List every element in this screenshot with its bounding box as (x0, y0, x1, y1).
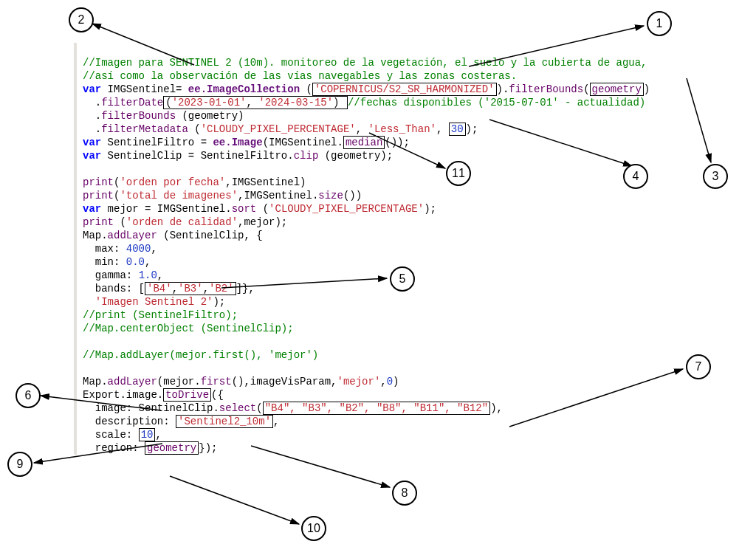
str: 'orden por fecha' (120, 176, 225, 188)
code-line: var IMGSentinel= ee.ImageCollection ('CO… (83, 83, 650, 95)
txt: ( (256, 402, 262, 414)
export-scale: 10 (141, 429, 154, 441)
kw-var: var (83, 137, 101, 148)
txt: , (436, 123, 449, 135)
code-line: print('total de imagenes',IMGSentinel.si… (83, 190, 362, 202)
code-line: print('orden por fecha',IMGSentinel) (83, 176, 306, 188)
txt: Map. (83, 376, 108, 388)
ee-type: ee.ImageCollection (188, 83, 300, 95)
method: first (201, 376, 232, 388)
txt: (mejor. (157, 376, 201, 388)
code-line: var SentinelClip = SentinelFiltro.clip (… (83, 150, 393, 162)
method: clip (294, 150, 319, 162)
num: 1.0 (139, 269, 157, 281)
method: addLayer (108, 230, 157, 241)
date-end: '2024-03-15' (258, 97, 333, 109)
txt: region: (83, 442, 145, 454)
txt: ()); (385, 137, 410, 148)
code-line: bands: ['B4','B3','B2']}, (83, 283, 255, 295)
txt: ( (165, 97, 171, 109)
code-line: .filterMetadata ('CLOUDY_PIXEL_PERCENTAG… (83, 123, 478, 135)
txt: . (83, 110, 101, 122)
export-target: toDrive (165, 389, 209, 401)
geometry-ref: geometry (592, 83, 642, 95)
str: 'total de imagenes' (120, 190, 238, 202)
callout-3: 3 (703, 164, 728, 189)
txt: IMGSentinel= (101, 83, 188, 95)
txt: scale: (83, 429, 139, 441)
svg-line-10 (170, 476, 299, 524)
callout-9: 9 (7, 452, 32, 477)
code-line: scale: 10, (83, 429, 162, 441)
num: 0 (387, 376, 393, 388)
txt: , (172, 283, 178, 295)
txt: ( (300, 83, 312, 95)
code-line: //Map.centerObject (SentinelClip); (83, 323, 294, 334)
code-line: var SentinelFiltro = ee.Image(IMGSentine… (83, 137, 410, 148)
txt: . (83, 123, 101, 135)
band: 'B3' (178, 283, 203, 295)
txt: image: SentinelClip. (83, 402, 219, 414)
callout-8: 8 (392, 481, 417, 506)
callout-6: 6 (16, 383, 41, 408)
txt: ( (583, 83, 589, 95)
layer-name: 'Imagen Sentinel 2' (95, 296, 213, 308)
code-line: description: 'Sentinel2_10m', (83, 416, 279, 427)
fn: print (83, 216, 114, 228)
txt: ); (466, 123, 478, 135)
txt: max: (83, 243, 126, 255)
txt: . (83, 97, 101, 109)
num: 0.0 (126, 256, 145, 268)
txt: , (145, 256, 151, 268)
txt: , (246, 97, 258, 109)
code-line: print ('orden de calidad',mejor); (83, 216, 287, 228)
txt: , (380, 376, 386, 388)
txt (83, 296, 95, 308)
callout-7: 7 (686, 354, 711, 379)
num: 4000 (126, 243, 151, 255)
method: filterBounds (509, 83, 583, 95)
code-line: //así como la observación de las vías na… (83, 70, 517, 82)
txt: min: (83, 256, 126, 268)
txt: , (155, 429, 161, 441)
code-line: region: geometry}); (83, 442, 217, 454)
export-region: geometry (147, 442, 196, 454)
str: 'CLOUDY_PIXEL_PERCENTAGE' (269, 203, 424, 215)
code-line: //Map.addLayer(mejor.first(), 'mejor') (83, 349, 318, 361)
txt: ( (256, 203, 269, 215)
method: size (318, 190, 343, 202)
str: 'mejor' (337, 376, 380, 388)
callout-11: 11 (446, 161, 471, 186)
band: 'B4' (147, 283, 172, 295)
txt: ()) (343, 190, 362, 202)
blank-line (83, 163, 89, 175)
blank-line (83, 336, 89, 348)
svg-line-2 (687, 78, 711, 162)
code-line: .filterBounds (geometry) (83, 110, 244, 122)
txt: , (151, 243, 157, 255)
cloud-threshold: 30 (451, 123, 464, 135)
code-line: image: SentinelClip.select("B4", "B3", "… (83, 402, 503, 414)
txt: ,IMGSentinel. (238, 190, 318, 202)
code-line: 'Imagen Sentinel 2'); (83, 296, 225, 308)
median-call: median (346, 137, 382, 148)
code-line: //Imagen para SENTINEL 2 (10m). monitore… (83, 57, 647, 69)
code-line: var mejor = IMGSentinel.sort ('CLOUDY_PI… (83, 203, 436, 215)
export-bands: "B4", "B3", "B2", "B8", "B11", "B12" (265, 402, 488, 414)
code-line: //print (SentinelFiltro); (83, 309, 238, 321)
callout-10: 10 (301, 516, 326, 541)
txt: , (356, 123, 368, 135)
ee-type: ee.Image (213, 137, 262, 148)
code-line: Map.addLayer (SentinelClip, { (83, 230, 263, 241)
txt: ,mejor); (238, 216, 287, 228)
callout-2: 2 (69, 7, 94, 32)
date-start: '2023-01-01' (172, 97, 247, 109)
txt: }); (199, 442, 217, 454)
code-line: .filterDate('2023-01-01', '2024-03-15') … (83, 97, 645, 109)
txt: ({ (211, 389, 224, 401)
txt: ); (424, 203, 436, 215)
txt: mejor = IMGSentinel. (101, 203, 231, 215)
blank-line (83, 362, 89, 374)
txt: ( (188, 123, 201, 135)
fn: print (83, 176, 114, 188)
